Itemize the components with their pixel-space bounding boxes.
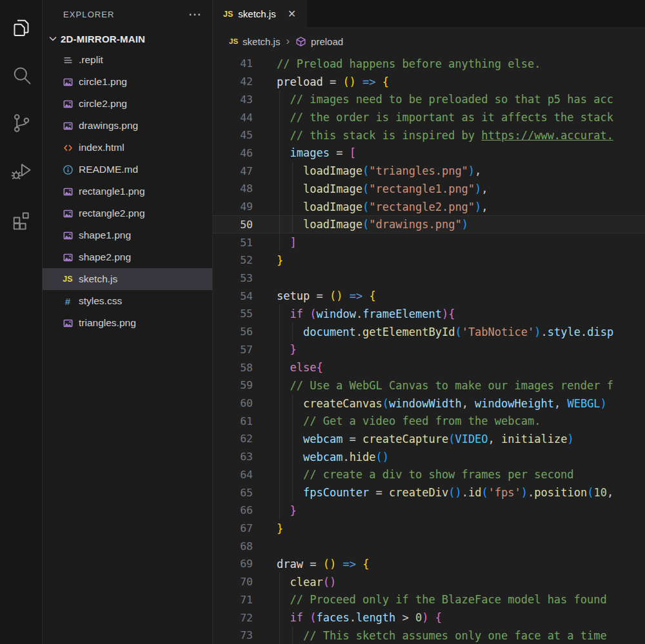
- code-line-49[interactable]: 49 loadImage("rectangle2.png"),: [213, 198, 645, 216]
- line-number[interactable]: 54: [213, 290, 253, 302]
- file-row-triangles-png[interactable]: triangles.png: [43, 312, 212, 334]
- file-row--replit[interactable]: .replit: [43, 49, 212, 71]
- code-line-41[interactable]: 41// Preload happens before anything els…: [213, 55, 645, 73]
- tab-sketch-js[interactable]: JS sketch.js ✕: [213, 0, 307, 28]
- breadcrumb-separator-icon: ›: [286, 35, 290, 48]
- close-icon[interactable]: ✕: [286, 8, 297, 20]
- more-actions-icon[interactable]: ⋯: [188, 11, 202, 17]
- line-number[interactable]: 55: [213, 307, 253, 320]
- list-file-icon: [62, 54, 74, 66]
- code-line-61[interactable]: 61 // Get a video feed from the webcam.: [213, 412, 645, 430]
- line-number[interactable]: 52: [213, 254, 253, 266]
- line-number[interactable]: 63: [213, 451, 253, 463]
- code-line-43[interactable]: 43 // images need to be preloaded so tha…: [213, 90, 645, 108]
- code-line-56[interactable]: 56 document.getElementById('TabNotice').…: [213, 323, 645, 341]
- activity-explorer-icon[interactable]: [0, 4, 43, 52]
- line-number[interactable]: 69: [213, 558, 253, 570]
- file-row-circle2-png[interactable]: circle2.png: [43, 93, 212, 115]
- line-text: // Use a WebGL Canvas to make our images…: [277, 376, 613, 395]
- line-number[interactable]: 72: [213, 612, 253, 624]
- line-number[interactable]: 49: [213, 200, 253, 213]
- line-number[interactable]: 73: [213, 629, 253, 641]
- line-number[interactable]: 58: [213, 362, 253, 374]
- line-number[interactable]: 46: [213, 147, 253, 159]
- line-number[interactable]: 44: [213, 112, 253, 124]
- activity-run-debug-icon[interactable]: [0, 147, 43, 195]
- code-line-65[interactable]: 65 fpsCounter = createDiv().id('fps').po…: [213, 483, 645, 502]
- line-number[interactable]: 42: [213, 75, 253, 88]
- code-line-44[interactable]: 44 // the order is important as it affec…: [213, 108, 645, 126]
- code-line-45[interactable]: 45 // this stack is inspired by https://…: [213, 126, 645, 144]
- explorer-sidebar: EXPLORER ⋯ 2D-MIRROR-MAIN .replitcircle1…: [43, 0, 213, 644]
- code-line-67[interactable]: 67}: [213, 520, 645, 538]
- line-number[interactable]: 65: [213, 487, 253, 499]
- activity-search-icon[interactable]: [0, 52, 43, 99]
- line-number[interactable]: 43: [213, 93, 253, 106]
- line-number[interactable]: 41: [213, 57, 253, 70]
- line-number[interactable]: 70: [213, 576, 253, 588]
- code-line-70[interactable]: 70 clear(): [213, 573, 645, 591]
- code-line-72[interactable]: 72 if (faces.length > 0) {: [213, 609, 645, 627]
- file-row-rectangle1-png[interactable]: rectangle1.png: [43, 181, 212, 202]
- line-number[interactable]: 67: [213, 522, 253, 534]
- line-number[interactable]: 64: [213, 469, 253, 481]
- code-line-73[interactable]: 73 // This sketch assumes only one face …: [213, 627, 645, 644]
- breadcrumb-symbol[interactable]: preload: [311, 36, 343, 47]
- file-row-styles-css[interactable]: #styles.css: [43, 290, 212, 312]
- line-number[interactable]: 53: [213, 272, 253, 284]
- line-number[interactable]: 51: [213, 237, 253, 249]
- code-line-58[interactable]: 58 else{: [213, 358, 645, 376]
- breadcrumb: JS sketch.js › preload: [213, 28, 645, 55]
- code-line-54[interactable]: 54setup = () => {: [213, 287, 645, 305]
- file-row-circle1-png[interactable]: circle1.png: [43, 71, 212, 93]
- activity-extensions-icon[interactable]: [0, 195, 43, 242]
- code-line-55[interactable]: 55 if (window.frameElement){: [213, 305, 645, 323]
- code-line-52[interactable]: 52}: [213, 251, 645, 269]
- code-line-62[interactable]: 62 webcam = createCapture(VIDEO, initial…: [213, 430, 645, 448]
- code-line-60[interactable]: 60 createCanvas(windowWidth, windowHeigh…: [213, 395, 645, 413]
- breadcrumb-file[interactable]: sketch.js: [243, 36, 280, 47]
- code-line-57[interactable]: 57 }: [213, 341, 645, 359]
- line-number[interactable]: 68: [213, 540, 253, 552]
- line-number[interactable]: 59: [213, 379, 253, 391]
- code-line-53[interactable]: 53: [213, 269, 645, 288]
- code-line-50[interactable]: 50 loadImage("drawings.png"): [213, 215, 645, 233]
- folder-row-root[interactable]: 2D-MIRROR-MAIN: [43, 28, 212, 49]
- code-editor[interactable]: 41// Preload happens before anything els…: [213, 55, 645, 644]
- file-row-readme-md[interactable]: README.md: [43, 159, 212, 181]
- line-number[interactable]: 45: [213, 129, 253, 141]
- code-line-69[interactable]: 69draw = () => {: [213, 555, 645, 573]
- code-line-51[interactable]: 51 ]: [213, 233, 645, 251]
- file-row-index-html[interactable]: index.html: [43, 137, 212, 159]
- code-line-42[interactable]: 42preload = () => {: [213, 73, 645, 91]
- line-number[interactable]: 66: [213, 504, 253, 516]
- code-line-48[interactable]: 48 loadImage("rectangle1.png"),: [213, 180, 645, 198]
- file-row-drawings-png[interactable]: drawings.png: [43, 115, 212, 137]
- line-number[interactable]: 62: [213, 433, 253, 445]
- code-line-68[interactable]: 68: [213, 537, 645, 555]
- line-number[interactable]: 47: [213, 165, 253, 177]
- line-number[interactable]: 60: [213, 397, 253, 409]
- file-row-sketch-js[interactable]: JSsketch.js: [43, 268, 212, 290]
- indent-guide: [279, 108, 280, 126]
- file-row-rectangle2-png[interactable]: rectangle2.png: [43, 202, 212, 224]
- code-line-47[interactable]: 47 loadImage("triangles.png"),: [213, 162, 645, 180]
- line-text: fpsCounter = createDiv().id('fps').posit…: [277, 483, 613, 502]
- file-row-shape1-png[interactable]: shape1.png: [43, 224, 212, 246]
- line-number[interactable]: 57: [213, 344, 253, 356]
- line-text: // Get a video feed from the webcam.: [277, 412, 541, 430]
- line-number[interactable]: 48: [213, 182, 253, 195]
- line-number[interactable]: 71: [213, 594, 253, 606]
- line-number[interactable]: 50: [213, 219, 253, 231]
- activity-source-control-icon[interactable]: [0, 99, 43, 147]
- file-row-shape2-png[interactable]: shape2.png: [43, 246, 212, 268]
- indent-guide: [279, 198, 280, 216]
- code-line-59[interactable]: 59 // Use a WebGL Canvas to make our ima…: [213, 376, 645, 395]
- code-line-46[interactable]: 46 images = [: [213, 144, 645, 162]
- line-number[interactable]: 56: [213, 326, 253, 338]
- code-line-71[interactable]: 71 // Proceed only if the BlazeFace mode…: [213, 591, 645, 609]
- line-number[interactable]: 61: [213, 415, 253, 427]
- code-line-66[interactable]: 66 }: [213, 502, 645, 520]
- code-line-64[interactable]: 64 // create a div to show frames per se…: [213, 466, 645, 484]
- code-line-63[interactable]: 63 webcam.hide(): [213, 448, 645, 466]
